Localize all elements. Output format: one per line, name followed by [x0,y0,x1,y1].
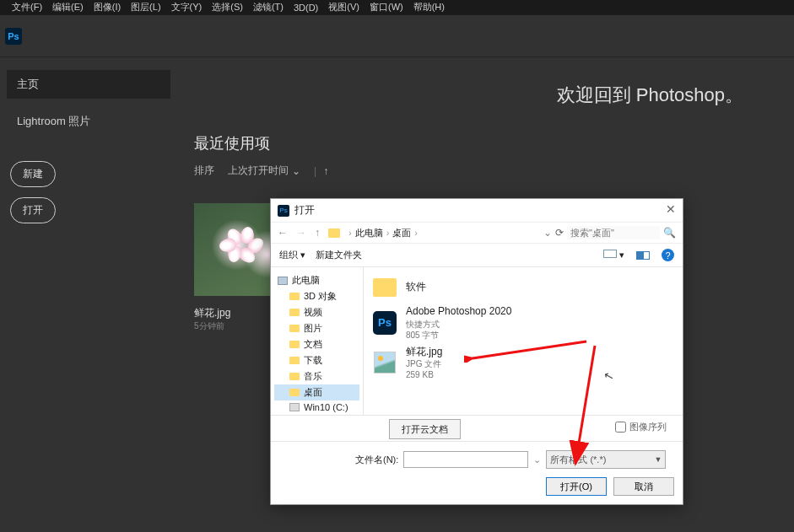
organize-dropdown[interactable]: 组织 ▾ [279,249,305,261]
menu-select[interactable]: 选择(S) [207,1,248,13]
folder-icon [328,228,340,238]
menu-image[interactable]: 图像(I) [89,1,126,13]
open-dialog: Ps 打开 ✕ ← → ↑ › 此电脑 › 桌面 › ⌄ ⟳ 🔍 组织 ▾ 新建… [270,198,683,505]
menu-3d[interactable]: 3D(D) [289,3,323,13]
dialog-lower: 打开云文档 图像序列 [271,415,683,441]
tree-3d[interactable]: 3D 对象 [274,288,359,304]
menu-layer[interactable]: 图层(L) [126,1,165,13]
menu-text[interactable]: 文字(Y) [166,1,208,13]
menu-window[interactable]: 窗口(W) [365,1,408,13]
sort-dropdown[interactable]: 上次打开时间 ⌄ [221,162,307,180]
app-bar: Ps [0,15,794,57]
filter-label: 所有格式 (*.*) [550,454,606,466]
tree-documents[interactable]: 文档 [274,336,359,352]
close-icon[interactable]: ✕ [666,202,676,216]
file-size: 805 字节 [406,330,511,341]
tree-drive-c[interactable]: Win10 (C:) [274,400,359,414]
refresh-icon[interactable]: ⟳ [555,227,564,239]
chevron-down-icon: ▼ [654,455,662,464]
sidebar-home[interactable]: 主页 [7,70,170,99]
image-icon [372,350,397,375]
filename-row: 文件名(N): ⌄ 所有格式 (*.*) ▼ [271,441,683,477]
checkbox[interactable] [615,422,626,433]
ps-icon: Ps [278,205,289,217]
new-folder-button[interactable]: 新建文件夹 [316,249,362,261]
view-mode-icon[interactable]: ▾ [603,250,624,261]
file-name: Adobe Photoshop 2020 [406,305,511,319]
tree-music[interactable]: 音乐 [274,368,359,384]
welcome-text: 欢迎回到 Photoshop。 [557,83,743,108]
forward-icon[interactable]: → [296,227,306,239]
breadcrumb[interactable]: › 此电脑 › 桌面 › [348,227,418,239]
filename-input[interactable] [403,451,528,468]
dialog-titlebar: Ps 打开 ✕ [271,199,683,222]
tree-downloads[interactable]: 下载 [274,352,359,368]
chevron-down-icon: ⌄ [292,165,300,177]
file-ps-shortcut[interactable]: Ps Adobe Photoshop 2020 快捷方式 805 字节 [369,303,678,343]
dialog-title: 打开 [294,203,315,218]
sidebar: 主页 Lightroom 照片 新建 打开 [0,57,177,532]
folder-icon [372,275,397,300]
breadcrumb-desktop[interactable]: 桌面 [392,227,411,239]
menu-bar: 文件(F) 编辑(E) 图像(I) 图层(L) 文字(Y) 选择(S) 滤镜(T… [0,0,794,15]
file-filter-dropdown[interactable]: 所有格式 (*.*) ▼ [546,450,666,469]
tree-this-pc[interactable]: 此电脑 [274,272,359,288]
sort-label: 排序 [194,164,214,178]
file-folder-software[interactable]: 软件 [369,272,678,303]
tree-pictures[interactable]: 图片 [274,320,359,336]
preview-pane-icon[interactable] [636,251,650,260]
sort-value: 上次打开时间 [228,164,289,178]
cancel-button[interactable]: 取消 [613,477,674,496]
tree-video[interactable]: 视频 [274,304,359,320]
menu-file[interactable]: 文件(F) [7,1,47,13]
open-cloud-button[interactable]: 打开云文档 [389,419,461,439]
new-button[interactable]: 新建 [10,161,56,187]
open-button[interactable]: 打开 [10,197,56,223]
image-sequence-checkbox[interactable]: 图像序列 [615,421,667,433]
sort-row: 排序 上次打开时间 ⌄ | ↑ [194,162,777,180]
ps-logo: Ps [5,28,22,45]
folder-tree: 此电脑 3D 对象 视频 图片 文档 下载 音乐 桌面 Win10 (C:) [271,267,364,415]
tree-desktop[interactable]: 桌面 [274,384,359,400]
up-icon[interactable]: ↑ [315,227,320,239]
file-type: JPG 文件 [406,358,442,369]
file-image-flower[interactable]: 鲜花.jpg JPG 文件 259 KB [369,343,678,384]
dialog-nav: ← → ↑ › 此电脑 › 桌面 › ⌄ ⟳ 🔍 [271,222,683,244]
file-type: 快捷方式 [406,319,511,330]
recent-title: 最近使用项 [194,133,777,153]
open-confirm-button[interactable]: 打开(O) [546,477,607,496]
back-icon[interactable]: ← [278,227,288,239]
menu-view[interactable]: 视图(V) [323,1,365,13]
menu-filter[interactable]: 滤镜(T) [248,1,289,13]
search-icon[interactable]: 🔍 [663,227,676,239]
menu-edit[interactable]: 编辑(E) [47,1,89,13]
search-input[interactable] [567,226,660,239]
file-name: 鲜花.jpg [406,346,442,359]
file-list: 软件 Ps Adobe Photoshop 2020 快捷方式 805 字节 鲜… [364,267,683,415]
file-name: 软件 [406,281,426,294]
sidebar-lightroom[interactable]: Lightroom 照片 [7,107,170,136]
menu-help[interactable]: 帮助(H) [408,1,450,13]
breadcrumb-dropdown-icon[interactable]: ⌄ [543,227,552,239]
ps-icon: Ps [372,310,397,336]
dialog-toolbar: 组织 ▾ 新建文件夹 ▾ ? [271,244,683,267]
help-icon[interactable]: ? [662,249,674,261]
breadcrumb-pc[interactable]: 此电脑 [355,227,383,239]
sort-dir-icon[interactable]: ↑ [323,165,328,177]
checkbox-label: 图像序列 [629,421,667,433]
file-size: 259 KB [406,369,442,380]
filename-label: 文件名(N): [355,454,398,466]
